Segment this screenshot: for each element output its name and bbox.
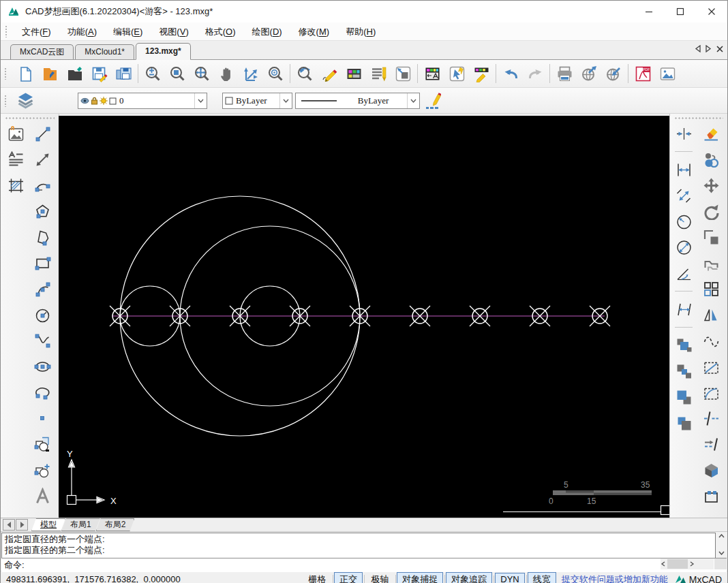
offset-button[interactable] <box>701 253 721 273</box>
doc-tab-MxCloud1*[interactable]: MxCloud1* <box>75 44 134 59</box>
break-button[interactable] <box>701 408 721 428</box>
erase-button[interactable] <box>701 123 721 144</box>
redo-button[interactable] <box>523 63 547 84</box>
zoom-dynamic-button[interactable] <box>140 63 165 84</box>
status-toggle-线宽[interactable]: 线宽 <box>528 572 556 583</box>
point-marker[interactable] <box>290 306 310 326</box>
new-file-button[interactable] <box>13 63 37 84</box>
status-toggle-正交[interactable]: 正交 <box>334 572 363 583</box>
point-marker[interactable] <box>350 306 370 326</box>
quick-select-button[interactable] <box>444 63 469 84</box>
draworder-front-button[interactable] <box>673 335 694 356</box>
status-toggle-极轴[interactable]: 极轴 <box>365 572 394 583</box>
chevron-down-icon[interactable] <box>279 93 292 108</box>
maximize-button[interactable] <box>665 1 696 22</box>
tab-scroll-left-icon[interactable] <box>695 45 701 52</box>
sheet-scroll-right-icon[interactable] <box>16 519 28 531</box>
ucs-axes-button[interactable] <box>239 63 263 84</box>
edit-spline-button[interactable] <box>701 330 721 351</box>
shrink-box-button[interactable] <box>391 63 415 84</box>
point-marker[interactable] <box>110 306 130 326</box>
dim-continue-button[interactable] <box>673 299 694 319</box>
menu-文件[interactable]: 文件(F) <box>14 25 59 39</box>
scale-button[interactable] <box>701 227 721 247</box>
color-palette-button[interactable] <box>342 63 366 84</box>
chevron-down-icon[interactable] <box>194 93 207 108</box>
drawing-canvas[interactable]: YX535015 <box>59 116 671 518</box>
zoom-window-button[interactable] <box>165 63 189 84</box>
point-marker[interactable] <box>410 306 430 326</box>
menu-视图[interactable]: 视图(V) <box>151 25 196 39</box>
rectangle-button[interactable] <box>32 253 52 273</box>
layout-tab-布局1[interactable]: 布局1 <box>61 518 100 531</box>
create-block-button[interactable] <box>32 460 52 480</box>
status-toggle-对象追踪[interactable]: 对象追踪 <box>446 572 492 583</box>
open-web-button[interactable] <box>601 63 626 84</box>
layerbar-grip[interactable] <box>4 95 7 107</box>
dim-aligned-button[interactable] <box>673 185 694 206</box>
menu-帮助[interactable]: 帮助(H) <box>337 25 384 39</box>
lengthen-button[interactable] <box>701 434 721 454</box>
pan-hand-button[interactable] <box>214 63 239 84</box>
command-history-scrollbar[interactable] <box>716 533 727 556</box>
publish-web-button[interactable] <box>577 63 601 84</box>
dim-converge-button[interactable] <box>673 123 694 144</box>
ellipse-button[interactable] <box>32 356 52 377</box>
chevron-down-icon[interactable] <box>407 93 419 108</box>
menu-修改[interactable]: 修改(M) <box>290 25 338 39</box>
command-history[interactable]: 指定圆直径的第一个端点:指定圆直径的第二个端点: <box>1 533 716 559</box>
menu-格式[interactable]: 格式(O) <box>197 25 244 39</box>
dim-linear-button[interactable] <box>673 159 694 180</box>
match-properties-button[interactable] <box>469 63 494 84</box>
export-pdf-button[interactable]: PDF <box>631 63 655 84</box>
menu-绘图[interactable]: 绘图(D) <box>244 25 290 39</box>
text-button[interactable] <box>32 486 52 506</box>
mirror-button[interactable] <box>701 304 721 325</box>
insert-block-button[interactable] <box>32 434 52 454</box>
linetype-edit-button[interactable] <box>420 90 444 112</box>
line-button[interactable] <box>32 123 52 144</box>
polyline-button[interactable] <box>32 279 52 299</box>
export-image-button[interactable] <box>655 63 680 84</box>
copy-button[interactable] <box>701 149 721 170</box>
command-input-scrollbar[interactable] <box>661 558 714 569</box>
menu-grip[interactable] <box>5 25 8 37</box>
draworder-back-button[interactable] <box>673 361 694 381</box>
polygon-button[interactable] <box>32 201 52 221</box>
draworder-above-button[interactable] <box>673 387 694 407</box>
zoom-extents-button[interactable] <box>189 63 214 84</box>
polygon-irregular-button[interactable] <box>32 227 52 247</box>
command-resize-corner[interactable] <box>714 558 727 569</box>
toolbar-grip[interactable] <box>4 67 7 80</box>
viewport-grip[interactable] <box>661 506 670 515</box>
save-as-button[interactable] <box>111 63 136 84</box>
scroll-thumb[interactable] <box>667 559 688 569</box>
open-folder-button[interactable] <box>62 63 87 84</box>
circle-button[interactable] <box>32 304 52 325</box>
dim-radius-button[interactable] <box>673 211 694 232</box>
doc-tab-MxCAD云图[interactable]: MxCAD云图 <box>10 44 74 59</box>
spline-button[interactable] <box>32 330 52 351</box>
feedback-link[interactable]: 提交软件问题或增加新功能 <box>562 573 668 583</box>
color-select[interactable]: ByLayer <box>222 93 292 109</box>
open-project-button[interactable] <box>37 63 62 84</box>
chamfer-button[interactable] <box>701 356 721 377</box>
point-marker[interactable] <box>530 306 550 326</box>
undo-button[interactable] <box>498 63 523 84</box>
dim-angular-button[interactable] <box>673 263 694 283</box>
draw-toolbar-grip[interactable] <box>5 116 55 120</box>
zoom-center-button[interactable] <box>263 63 288 84</box>
doc-tab-123.mxg*[interactable]: 123.mxg* <box>136 43 191 60</box>
frame-text-button[interactable] <box>420 63 444 84</box>
menu-编辑[interactable]: 编辑(E) <box>105 25 151 39</box>
status-toggle-对象捕捉[interactable]: 对象捕捉 <box>397 572 443 583</box>
mtext-button[interactable] <box>5 149 26 170</box>
dim-diameter-button[interactable] <box>673 237 694 257</box>
arc-button[interactable] <box>32 175 52 195</box>
modify-toolbar-grip[interactable] <box>674 116 723 120</box>
xline-button[interactable] <box>32 149 52 170</box>
tab-close-icon[interactable] <box>716 46 723 52</box>
layout-tab-模型[interactable]: 模型 <box>31 518 65 531</box>
explode-button[interactable] <box>701 460 721 480</box>
array-button[interactable] <box>701 279 721 299</box>
